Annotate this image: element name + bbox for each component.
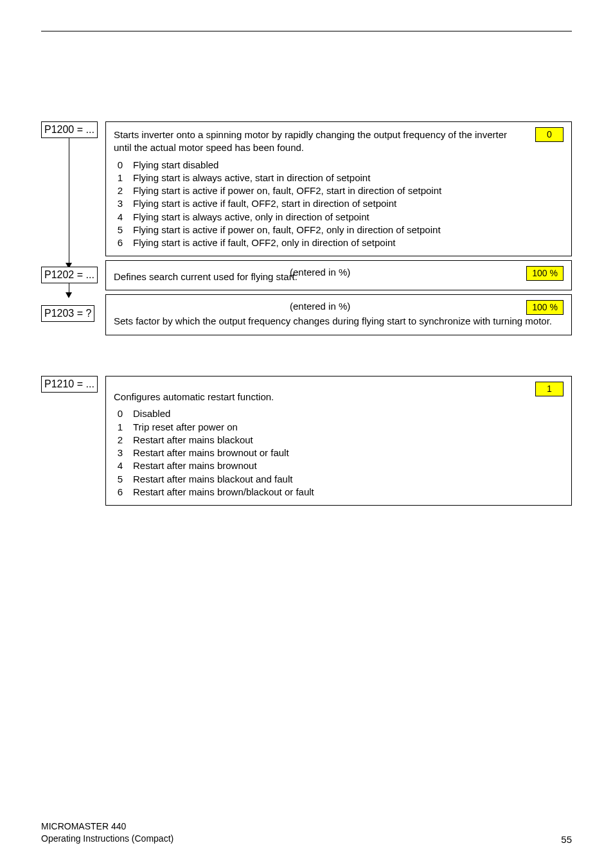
option-text: Flying start is active if power on, faul…: [133, 224, 441, 236]
card-search-current: (entered in %) 100 % Defines search curr…: [105, 260, 572, 290]
option-number: 3: [114, 197, 123, 210]
default-badge: 1: [535, 382, 564, 396]
option-number: 6: [114, 486, 123, 499]
option-number: 6: [114, 236, 123, 249]
arrow-down-icon: [66, 292, 72, 298]
unit-label: (entered in %): [114, 300, 526, 313]
default-badge: 100 %: [526, 300, 564, 315]
option-text: Flying start is active if fault, OFF2, s…: [133, 197, 396, 210]
option-text: Restart after mains brownout or fault: [133, 447, 289, 459]
option-row: 3Restart after mains brownout or fault: [114, 447, 564, 459]
option-text: Flying start is always active, only in d…: [133, 211, 369, 224]
connector-line: [69, 138, 69, 264]
footer-line1: MICROMASTER 440: [41, 820, 173, 833]
option-row: 1Trip reset after power on: [114, 421, 564, 434]
page-number: 55: [561, 834, 572, 845]
default-badge: 0: [535, 127, 564, 142]
flying-start-group: P1200 = ... P1202 = ... P1203 = ? 0 Star…: [41, 121, 572, 340]
option-number: 1: [114, 172, 123, 184]
option-number: 3: [114, 447, 123, 459]
option-text: Flying start is active if power on, faul…: [133, 184, 441, 197]
option-row: 5Restart after mains blackout and fault: [114, 473, 564, 486]
card-intro: Starts inverter onto a spinning motor by…: [114, 128, 564, 155]
option-row: 2Flying start is active if power on, fau…: [114, 184, 564, 197]
option-row: 3Flying start is active if fault, OFF2, …: [114, 197, 564, 210]
footer-left: MICROMASTER 440 Operating Instructions (…: [41, 820, 173, 845]
param-p1202: P1202 = ...: [41, 267, 98, 283]
option-number: 4: [114, 459, 123, 472]
param-column: P1200 = ... P1202 = ... P1203 = ?: [41, 121, 105, 340]
option-number: 0: [114, 159, 123, 172]
option-text: Flying start disabled: [133, 159, 218, 172]
option-number: 0: [114, 407, 123, 420]
option-number: 2: [114, 434, 123, 447]
card-rate-factor: (entered in %) 100 % Sets factor by whic…: [105, 294, 572, 335]
option-row: 6Restart after mains brown/blackout or f…: [114, 486, 564, 499]
option-text: Flying start is always active, start in …: [133, 172, 370, 184]
option-text: Flying start is active if fault, OFF2, o…: [133, 236, 396, 249]
card-desc: Sets factor by which the output frequenc…: [114, 315, 564, 328]
option-text: Restart after mains brown/blackout or fa…: [133, 486, 314, 499]
param-p1203: P1203 = ?: [41, 305, 94, 322]
option-number: 4: [114, 211, 123, 224]
option-row: 1Flying start is always active, start in…: [114, 172, 564, 184]
default-badge: 100 %: [526, 266, 564, 281]
option-row: 4Restart after mains brownout: [114, 459, 564, 472]
option-row: 2Restart after mains blackout: [114, 434, 564, 447]
option-text: Restart after mains blackout and fault: [133, 473, 292, 486]
top-rule: [41, 31, 572, 31]
option-text: Restart after mains blackout: [133, 434, 253, 447]
option-text: Trip reset after power on: [133, 421, 238, 434]
option-row: 4Flying start is always active, only in …: [114, 211, 564, 224]
page-footer: MICROMASTER 440 Operating Instructions (…: [41, 820, 572, 845]
option-row: 0Flying start disabled: [114, 159, 564, 172]
option-row: 5Flying start is active if power on, fau…: [114, 224, 564, 236]
option-list: 0Flying start disabled 1Flying start is …: [114, 159, 564, 250]
card-flying-start: 0 Starts inverter onto a spinning motor …: [105, 121, 572, 256]
param-p1210: P1210 = ...: [41, 376, 98, 393]
option-row: 0Disabled: [114, 407, 564, 420]
card-intro: Configures automatic restart function.: [114, 391, 564, 403]
option-number: 1: [114, 421, 123, 434]
option-text: Restart after mains brownout: [133, 459, 257, 472]
param-column: P1210 = ...: [41, 376, 105, 395]
footer-line2: Operating Instructions (Compact): [41, 833, 173, 845]
option-text: Disabled: [133, 407, 170, 420]
option-list: 0Disabled 1Trip reset after power on 2Re…: [114, 407, 564, 499]
card-header: (entered in %) 100 %: [114, 300, 564, 315]
param-p1200: P1200 = ...: [41, 121, 98, 138]
card-auto-restart: 1 Configures automatic restart function.…: [105, 376, 572, 506]
option-number: 2: [114, 184, 123, 197]
auto-restart-group: P1210 = ... 1 Configures automatic resta…: [41, 376, 572, 506]
option-row: 6Flying start is active if fault, OFF2, …: [114, 236, 564, 249]
option-number: 5: [114, 224, 123, 236]
option-number: 5: [114, 473, 123, 486]
